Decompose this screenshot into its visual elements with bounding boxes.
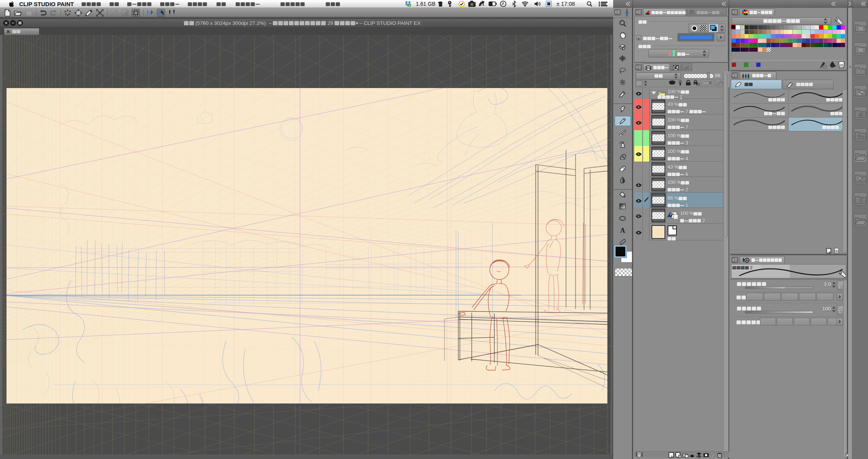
svg-text:A: A: [620, 227, 625, 234]
svg-text:A: A: [481, 2, 484, 7]
